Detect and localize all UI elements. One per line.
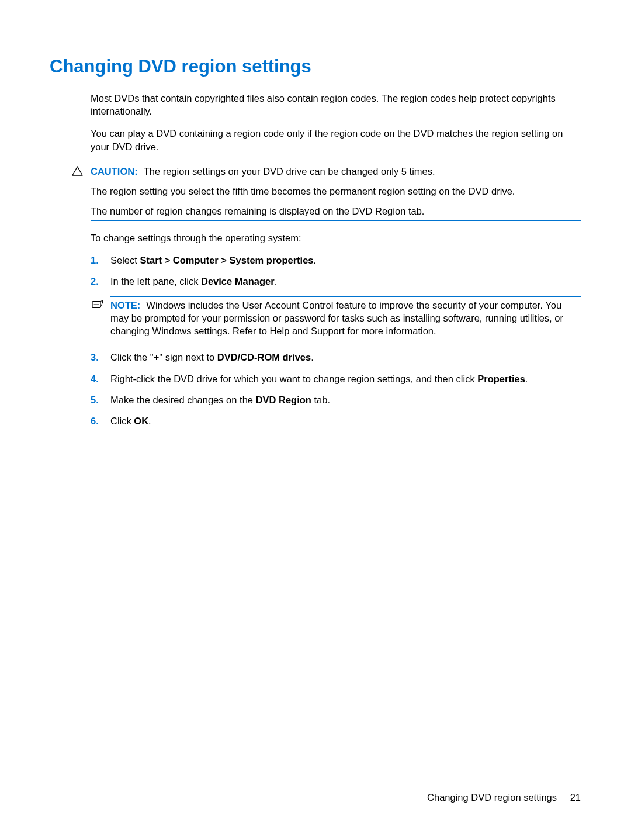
step-1: 1. Select Start > Computer > System prop… bbox=[91, 254, 581, 267]
caution-callout: CAUTION:The region settings on your DVD … bbox=[91, 163, 581, 221]
footer-section-title: Changing DVD region settings bbox=[427, 792, 557, 803]
step-5: 5. Make the desired changes on the DVD R… bbox=[91, 393, 581, 406]
page-footer: Changing DVD region settings 21 bbox=[427, 791, 581, 804]
step-number: 1. bbox=[91, 254, 99, 267]
step-3: 3. Click the "+" sign next to DVD/CD-ROM… bbox=[91, 351, 581, 364]
step-number: 5. bbox=[91, 393, 99, 406]
caution-label: CAUTION: bbox=[91, 166, 138, 177]
caution-text-3: The number of region changes remaining i… bbox=[91, 205, 581, 217]
intro-paragraph-1: Most DVDs that contain copyrighted files… bbox=[91, 92, 581, 118]
footer-page-number: 21 bbox=[570, 792, 581, 803]
note-icon bbox=[92, 300, 105, 309]
caution-text-2: The region setting you select the fifth … bbox=[91, 185, 581, 198]
step-number: 6. bbox=[91, 414, 99, 427]
caution-icon bbox=[72, 166, 85, 176]
lead-in-paragraph: To change settings through the operating… bbox=[91, 231, 581, 244]
step-number: 4. bbox=[91, 372, 99, 385]
step-number: 3. bbox=[91, 351, 99, 364]
caution-text-1: The region settings on your DVD drive ca… bbox=[144, 166, 435, 177]
note-label: NOTE: bbox=[110, 300, 140, 310]
step-text: Right-click the DVD drive for which you … bbox=[110, 374, 528, 384]
page-title: Changing DVD region settings bbox=[50, 54, 581, 79]
step-number: 2. bbox=[91, 275, 99, 288]
note-text: Windows includes the User Account Contro… bbox=[110, 300, 563, 337]
intro-paragraph-2: You can play a DVD containing a region c… bbox=[91, 127, 581, 153]
step-text: Make the desired changes on the DVD Regi… bbox=[110, 395, 330, 405]
step-text: Select Start > Computer > System propert… bbox=[110, 255, 316, 265]
step-2: 2. In the left pane, click Device Manage… bbox=[91, 275, 581, 288]
step-text: Click the "+" sign next to DVD/CD-ROM dr… bbox=[110, 352, 314, 362]
step-text: In the left pane, click Device Manager. bbox=[110, 276, 277, 286]
step-4: 4. Right-click the DVD drive for which y… bbox=[91, 372, 581, 385]
note-callout: NOTE:Windows includes the User Account C… bbox=[110, 296, 581, 341]
step-text: Click OK. bbox=[110, 416, 151, 426]
step-6: 6. Click OK. bbox=[91, 414, 581, 427]
